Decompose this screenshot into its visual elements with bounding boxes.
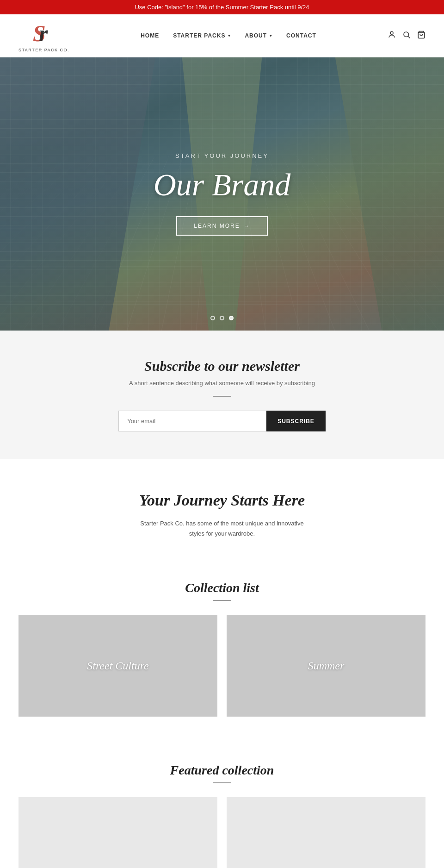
collection-title: Collection list <box>18 581 426 595</box>
featured-card-1[interactable] <box>18 797 217 868</box>
hero-dot-2[interactable] <box>220 316 224 320</box>
collection-card-summer[interactable]: Summer <box>227 615 426 717</box>
newsletter-title: Subscribe to our newsletter <box>18 358 426 374</box>
announcement-bar: Use Code: "island" for 15% of the Summer… <box>0 0 444 14</box>
nav-home[interactable]: HOME <box>141 32 159 39</box>
announcement-text: Use Code: "island" for 15% of the Summer… <box>135 4 309 11</box>
collection-card-label-1: Street Culture <box>87 660 149 672</box>
newsletter-subscribe-button[interactable]: SUBSCRIBE <box>266 411 326 431</box>
hero-arrow-icon: → <box>244 223 250 229</box>
hero-section: START YOUR JOURNEY Our Brand LEARN MORE … <box>0 57 444 331</box>
featured-card-2[interactable] <box>227 797 426 868</box>
newsletter-section: Subscribe to our newsletter A short sent… <box>0 331 444 459</box>
chevron-down-icon: ▾ <box>228 33 231 38</box>
cart-icon[interactable] <box>417 31 426 41</box>
svg-line-4 <box>408 36 410 38</box>
hero-content: START YOUR JOURNEY Our Brand LEARN MORE … <box>154 152 291 236</box>
nav-starter-packs[interactable]: STARTER PACKS ▾ <box>173 32 231 39</box>
newsletter-subtitle: A short sentence describing what someone… <box>18 380 426 387</box>
search-icon[interactable] <box>402 31 411 41</box>
chevron-down-icon: ▾ <box>270 33 272 38</box>
hero-subtitle: START YOUR JOURNEY <box>154 152 291 159</box>
hero-dot-1[interactable] <box>210 316 215 320</box>
featured-section: Featured collection <box>0 744 444 868</box>
newsletter-email-input[interactable] <box>118 411 266 431</box>
hero-cta-label: LEARN MORE <box>194 223 240 229</box>
hero-dots <box>210 316 234 320</box>
journey-title: Your Journey Starts Here <box>18 492 426 509</box>
journey-section: Your Journey Starts Here Starter Pack Co… <box>0 459 444 562</box>
svg-text:r: r <box>39 21 48 46</box>
account-icon[interactable] <box>388 31 396 41</box>
collection-card-street-culture[interactable]: Street Culture <box>18 615 217 717</box>
featured-title: Featured collection <box>18 763 426 778</box>
newsletter-form: SUBSCRIBE <box>18 411 426 431</box>
svg-point-3 <box>404 32 409 37</box>
nav-about[interactable]: ABOUT ▾ <box>245 32 272 39</box>
newsletter-divider <box>213 396 231 397</box>
journey-text: Starter Pack Co. has some of the most un… <box>134 518 310 539</box>
main-nav: HOME STARTER PACKS ▾ ABOUT ▾ CONTACT <box>141 32 316 39</box>
logo-icon: S r <box>30 19 58 47</box>
logo[interactable]: S r STARTER PACK CO. <box>18 19 69 52</box>
hero-title: Our Brand <box>154 167 291 203</box>
collection-card-label-2: Summer <box>308 660 345 672</box>
featured-divider <box>213 782 231 783</box>
collection-section: Collection list Street Culture Summer <box>0 562 444 744</box>
svg-point-2 <box>390 31 393 34</box>
featured-grid <box>18 797 426 868</box>
collection-divider <box>213 600 231 601</box>
logo-text: STARTER PACK CO. <box>18 48 69 52</box>
nav-icons <box>388 31 426 41</box>
nav-contact[interactable]: CONTACT <box>286 32 316 39</box>
collection-grid: Street Culture Summer <box>18 615 426 717</box>
site-header: S r STARTER PACK CO. HOME STARTER PACKS … <box>0 14 444 57</box>
hero-cta-button[interactable]: LEARN MORE → <box>176 216 267 236</box>
hero-dot-3[interactable] <box>229 316 234 320</box>
